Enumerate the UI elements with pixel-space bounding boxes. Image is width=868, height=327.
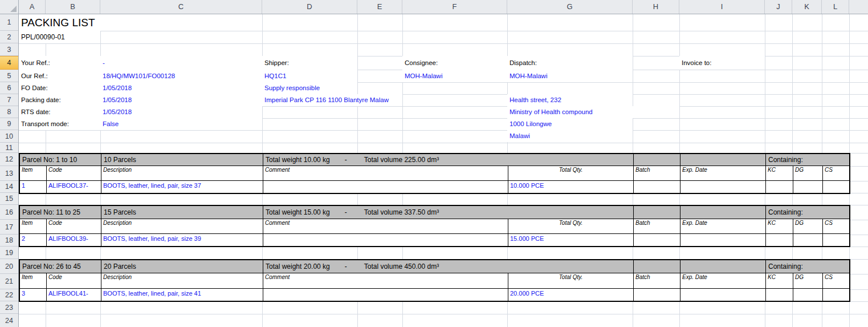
row-header-1[interactable]: 1	[0, 14, 18, 31]
header-exp-date[interactable]: Exp. Date	[680, 273, 766, 288]
header-comment[interactable]: Comment	[263, 166, 508, 180]
header-kc[interactable]: KC	[766, 273, 793, 288]
rts-date-value[interactable]: 1/05/2018	[100, 106, 262, 118]
dispatch-label[interactable]: Dispatch:	[507, 56, 633, 70]
page-title[interactable]: PACKING LIST	[19, 14, 262, 31]
parcel-range[interactable]: Parcel No: 26 to 45	[20, 260, 101, 273]
row-header-24[interactable]: 24	[0, 314, 18, 327]
dispatch-line2[interactable]: Health street, 232	[507, 94, 633, 106]
shipper-label[interactable]: Shipper:	[262, 56, 357, 70]
header-dg[interactable]: DG	[793, 219, 823, 233]
band-empty-i[interactable]	[680, 154, 766, 165]
header-batch[interactable]: Batch	[634, 166, 680, 180]
dispatch-line3[interactable]: Ministry of Health compound	[507, 106, 679, 118]
our-ref-label[interactable]: Our Ref.:	[19, 70, 100, 82]
parcel-range[interactable]: Parcel No: 11 to 25	[20, 206, 101, 219]
row-header-6[interactable]: 6	[0, 82, 18, 94]
row-header-10[interactable]: 10	[0, 130, 18, 143]
containing-label[interactable]: Containing:	[766, 206, 850, 219]
cell-kc[interactable]	[766, 289, 793, 301]
cell-code[interactable]: ALIFBOOL37-	[47, 181, 101, 193]
cell-batch[interactable]	[634, 234, 680, 246]
sheet-area[interactable]: PACKING LIST PPL/00090-01 Your Ref.: Our…	[19, 14, 868, 327]
cell-total-qty[interactable]: 15.000 PCE	[508, 234, 634, 246]
parcel-totals[interactable]: Total weight 10.00 kg - Total volume 225…	[263, 154, 634, 165]
dispatch-line4[interactable]: 1000 Lilongwe	[507, 118, 633, 130]
header-item[interactable]: Item	[20, 166, 47, 180]
column-header-l[interactable]: L	[822, 0, 849, 14]
row-header-21[interactable]: 21	[0, 274, 18, 289]
row-header-3[interactable]: 3	[0, 43, 18, 56]
header-item[interactable]: Item	[20, 219, 47, 233]
header-cs[interactable]: CS	[823, 219, 850, 233]
column-header-e[interactable]: E	[357, 0, 402, 14]
cell-exp-date[interactable]	[680, 181, 766, 193]
cell-item[interactable]: 2	[20, 234, 47, 246]
cell-total-qty[interactable]: 20.000 PCE	[508, 289, 634, 301]
header-cs[interactable]: CS	[823, 166, 850, 180]
column-header-c[interactable]: C	[100, 0, 262, 14]
fo-date-label[interactable]: FO Date:	[19, 82, 100, 94]
header-code[interactable]: Code	[47, 273, 101, 288]
row-header-12[interactable]: 12	[0, 153, 18, 166]
row-header-17[interactable]: 17	[0, 220, 18, 235]
cell-cs[interactable]	[823, 289, 850, 301]
cell-dg[interactable]	[793, 234, 823, 246]
row-header-5[interactable]: 5	[0, 70, 18, 82]
header-batch[interactable]: Batch	[634, 219, 680, 233]
header-comment[interactable]: Comment	[263, 273, 508, 288]
transport-mode-label[interactable]: Transport mode:	[19, 118, 100, 130]
row-header-16[interactable]: 16	[0, 205, 18, 220]
consignee-name[interactable]: MOH-Malawi	[402, 70, 507, 82]
cell-batch[interactable]	[634, 181, 680, 193]
row-header-11[interactable]: 11	[0, 143, 18, 153]
your-ref-label[interactable]: Your Ref.:	[19, 56, 100, 70]
cell-dg[interactable]	[793, 289, 823, 301]
invoice-to-label[interactable]: Invoice to:	[679, 56, 765, 70]
header-code[interactable]: Code	[47, 219, 101, 233]
row-header-14[interactable]: 14	[0, 181, 18, 193]
containing-label[interactable]: Containing:	[766, 154, 850, 165]
parcel-range[interactable]: Parcel No: 1 to 10	[20, 154, 101, 165]
cell-item[interactable]: 1	[20, 181, 47, 193]
row-header-19[interactable]: 19	[0, 247, 18, 259]
transport-mode-value[interactable]: False	[100, 118, 262, 130]
cell-dg[interactable]	[793, 181, 823, 193]
our-ref-value[interactable]: 18/HQ/MW101/FO00128	[100, 70, 262, 82]
header-description[interactable]: Description	[101, 273, 263, 288]
band-empty-h[interactable]	[634, 260, 680, 273]
header-comment[interactable]: Comment	[263, 219, 508, 233]
select-all-corner[interactable]	[0, 0, 19, 14]
column-header-h[interactable]: H	[633, 0, 679, 14]
cell-exp-date[interactable]	[680, 289, 766, 301]
band-empty-i[interactable]	[680, 260, 766, 273]
shipper-line2[interactable]: Supply responsible	[262, 82, 357, 94]
column-header-k[interactable]: K	[792, 0, 822, 14]
cell-batch[interactable]	[634, 289, 680, 301]
cell-description[interactable]: BOOTS, leather, lined, pair, size 41	[101, 289, 263, 301]
rts-date-label[interactable]: RTS date:	[19, 106, 100, 118]
header-batch[interactable]: Batch	[634, 273, 680, 288]
parcel-totals[interactable]: Total weight 20.00 kg - Total volume 450…	[263, 260, 634, 273]
row-header-22[interactable]: 22	[0, 289, 18, 301]
header-cs[interactable]: CS	[823, 273, 850, 288]
header-total-qty[interactable]: Total Qty.	[508, 166, 634, 180]
row-header-7[interactable]: 7	[0, 94, 18, 106]
column-header-f[interactable]: F	[402, 0, 507, 14]
dispatch-name[interactable]: MOH-Malawi	[507, 70, 633, 82]
cell-comment[interactable]	[263, 289, 508, 301]
header-total-qty[interactable]: Total Qty.	[508, 273, 634, 288]
cell-code[interactable]: ALIFBOOL39-	[47, 234, 101, 246]
cell-comment[interactable]	[263, 181, 508, 193]
header-exp-date[interactable]: Exp. Date	[680, 166, 766, 180]
row-header-20[interactable]: 20	[0, 259, 18, 274]
band-empty-h[interactable]	[634, 154, 680, 165]
band-empty-h[interactable]	[634, 206, 680, 219]
parcel-count[interactable]: 15 Parcels	[101, 206, 263, 219]
header-dg[interactable]: DG	[793, 166, 823, 180]
cell-cs[interactable]	[823, 234, 850, 246]
shipper-code[interactable]: HQ1C1	[262, 70, 357, 82]
row-header-13[interactable]: 13	[0, 166, 18, 181]
consignee-label[interactable]: Consignee:	[402, 56, 507, 70]
column-header-b[interactable]: B	[46, 0, 100, 14]
